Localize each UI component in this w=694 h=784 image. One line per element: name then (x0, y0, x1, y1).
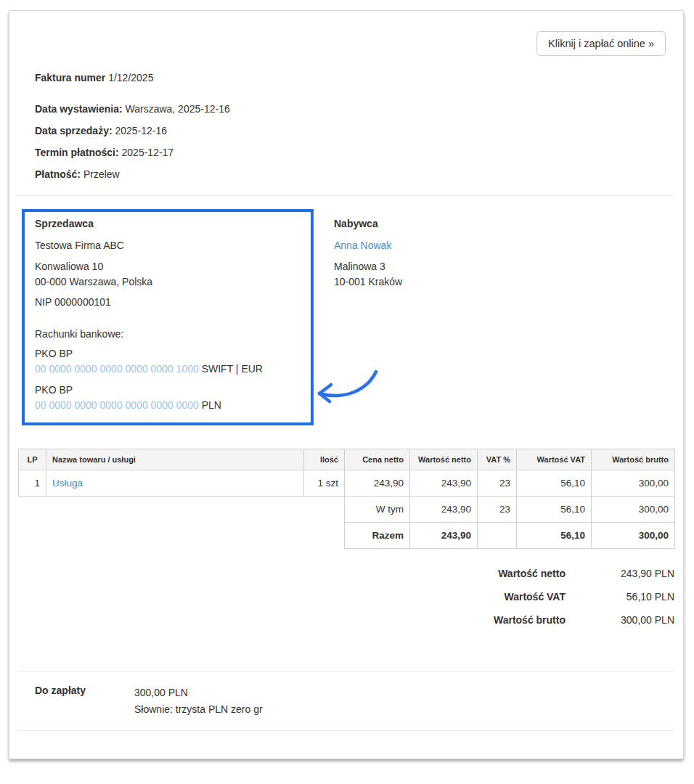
payment-due-amount: 300,00 PLN (134, 685, 263, 701)
bank-account-pln: PKO BP 00 0000 0000 0000 0000 0000 0000 … (35, 383, 334, 413)
invoice-dates: Data wystawienia: Warszawa, 2025-12-16 D… (35, 104, 658, 179)
invoice-number-value: 1/12/2025 (108, 72, 153, 83)
column-header-net: Wartość netto (410, 449, 478, 470)
bank-name: PKO BP (35, 384, 73, 396)
divider (18, 195, 674, 196)
column-header-vat-rate: VAT % (478, 449, 517, 470)
item-net: 243,90 (410, 470, 478, 497)
column-header-unit-net: Cena netto (345, 449, 410, 470)
column-header-name: Nazwa towaru / usługi (46, 449, 304, 470)
item-gross: 300,00 (592, 470, 675, 497)
column-header-vat: Wartość VAT (517, 449, 592, 470)
summary-gross-label: Wartość brutto (494, 614, 566, 626)
total-spacer (19, 523, 345, 549)
total-gross: 300,00 (592, 523, 675, 549)
summary-vat-value: 56,10 PLN (566, 591, 674, 603)
subtotal-row: W tym 243,90 23 56,10 300,00 (19, 497, 675, 523)
column-header-gross: Wartość brutto (592, 449, 675, 470)
summary-row-gross: Wartość brutto 300,00 PLN (18, 608, 674, 632)
issue-date-label: Data wystawienia: (35, 103, 123, 115)
summary-vat-label: Wartość VAT (504, 591, 566, 603)
seller-section: Sprzedawca Testowa Firma ABC Konwaliowa … (18, 216, 334, 434)
payment-due-label: Do zapłaty (35, 685, 134, 718)
buyer-name-link[interactable]: Anna Nowak (334, 240, 391, 251)
payment-method-line: Płatność: Przelew (35, 169, 658, 179)
subtotal-gross: 300,00 (592, 497, 675, 523)
total-vat-rate (478, 523, 517, 549)
buyer-address-line2: 10-001 Kraków (334, 276, 402, 287)
item-lp: 1 (19, 470, 46, 497)
bank-account-suffix: SWIFT | EUR (202, 363, 263, 375)
seller-address: Konwaliowa 10 00-000 Warszawa, Polska (35, 259, 334, 290)
total-row: Razem 243,90 56,10 300,00 (19, 523, 675, 549)
item-name-link[interactable]: Usługa (52, 478, 83, 489)
payment-deadline-line: Termin płatności: 2025-12-17 (35, 147, 658, 158)
payment-method-value: Przelew (83, 168, 120, 180)
divider (18, 730, 674, 731)
buyer-address-line1: Malinowa 3 (334, 261, 385, 272)
seller-address-line1: Konwaliowa 10 (35, 261, 103, 272)
sale-date-label: Data sprzedaży: (35, 125, 113, 136)
totals-summary: Wartość netto 243,90 PLN Wartość VAT 56,… (18, 562, 674, 632)
column-header-lp: LP (19, 449, 46, 470)
seller-title: Sprzedawca (35, 218, 334, 229)
summary-net-label: Wartość netto (498, 568, 566, 579)
bank-account-suffix: PLN (202, 399, 221, 411)
items-table: LP Nazwa towaru / usługi Ilość Cena nett… (18, 449, 675, 549)
seller-tax-id: NIP 0000000101 (35, 296, 334, 308)
seller-name: Testowa Firma ABC (35, 240, 334, 251)
column-header-qty: Ilość (304, 449, 345, 470)
pay-online-button[interactable]: Kliknij i zapłać online » (536, 31, 666, 56)
buyer-address: Malinowa 3 10-001 Kraków (334, 259, 674, 290)
subtotal-label: W tym (345, 497, 410, 523)
issue-date-line: Data wystawienia: Warszawa, 2025-12-16 (35, 104, 658, 114)
total-net: 243,90 (410, 523, 478, 549)
total-vat: 56,10 (517, 523, 592, 549)
item-vat: 56,10 (517, 470, 592, 497)
bank-account-number-link[interactable]: 00 0000 0000 0000 0000 0000 1000 (35, 363, 199, 375)
item-row: 1 Usługa 1 szt 243,90 243,90 23 56,10 30… (19, 470, 675, 497)
summary-net-value: 243,90 PLN (566, 568, 674, 579)
subtotal-vat-rate: 23 (478, 497, 517, 523)
buyer-section: Nabywca Anna Nowak Malinowa 3 10-001 Kra… (334, 216, 674, 434)
subtotal-net: 243,90 (410, 497, 478, 523)
payment-deadline-value: 2025-12-17 (122, 147, 174, 158)
seller-address-line2: 00-000 Warszawa, Polska (35, 276, 152, 287)
payment-due-words: Słownie: trzysta PLN zero gr (134, 701, 263, 718)
subtotal-spacer (19, 497, 345, 523)
total-label: Razem (345, 523, 410, 549)
buyer-title: Nabywca (334, 218, 674, 229)
summary-gross-value: 300,00 PLN (566, 614, 674, 626)
payment-due-section: Do zapłaty 300,00 PLN Słownie: trzysta P… (35, 672, 658, 718)
summary-row-net: Wartość netto 243,90 PLN (18, 562, 674, 585)
bank-account-eur: PKO BP 00 0000 0000 0000 0000 0000 1000 … (35, 346, 334, 377)
items-table-header-row: LP Nazwa towaru / usługi Ilość Cena nett… (19, 449, 675, 470)
summary-row-vat: Wartość VAT 56,10 PLN (18, 585, 674, 608)
invoice-number-label: Faktura numer (35, 72, 105, 83)
parties-section: Sprzedawca Testowa Firma ABC Konwaliowa … (18, 216, 674, 434)
invoice-card: Kliknij i zapłać online » Faktura numer … (9, 10, 684, 759)
bank-name: PKO BP (35, 348, 73, 359)
pay-button-row: Kliknij i zapłać online » (18, 31, 666, 56)
payment-deadline-label: Termin płatności: (35, 147, 119, 158)
item-vat-rate: 23 (478, 470, 517, 497)
subtotal-vat: 56,10 (517, 497, 592, 523)
item-qty: 1 szt (304, 470, 345, 497)
invoice-number-line: Faktura numer 1/12/2025 (35, 72, 658, 83)
payment-method-label: Płatność: (35, 168, 81, 180)
bank-account-number-link[interactable]: 00 0000 0000 0000 0000 0000 0000 (35, 399, 199, 411)
sale-date-value: 2025-12-16 (115, 125, 167, 136)
issue-date-value: Warszawa, 2025-12-16 (126, 103, 230, 115)
bank-accounts-label: Rachunki bankowe: (35, 328, 334, 340)
sale-date-line: Data sprzedaży: 2025-12-16 (35, 126, 658, 136)
item-unit-net: 243,90 (345, 470, 410, 497)
